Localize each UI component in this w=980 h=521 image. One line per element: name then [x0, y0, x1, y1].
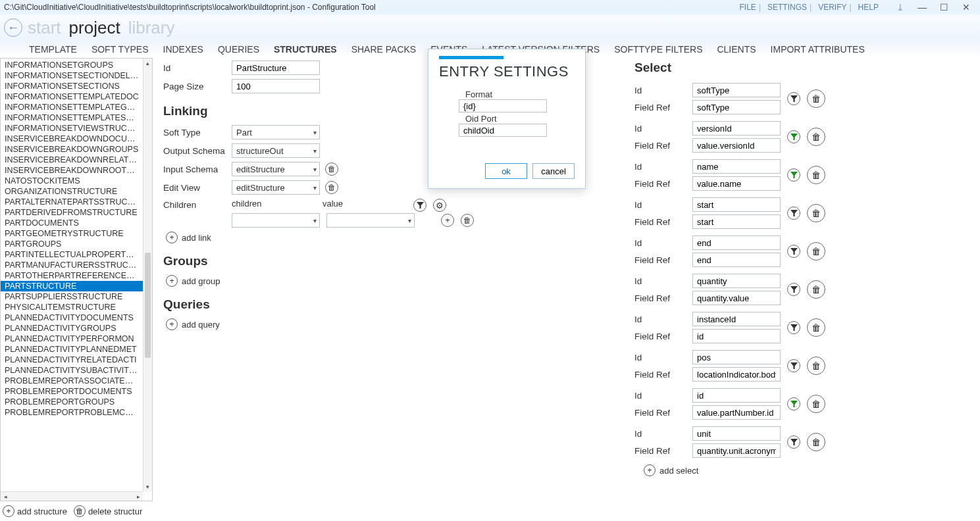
select-id-input[interactable]	[692, 350, 781, 364]
select-id-input[interactable]	[692, 159, 781, 174]
sidebar-item[interactable]: PLANNEDACTIVITYGROUPS	[1, 323, 143, 334]
sidebar-item[interactable]: INFORMATIONSETTEMPLATEDOC	[1, 91, 143, 102]
select-delete-button[interactable]: 🗑	[807, 318, 825, 337]
menu-file[interactable]: FILE	[740, 3, 756, 12]
add-link-button[interactable]: +add link	[166, 232, 608, 243]
select-id-input[interactable]	[692, 83, 781, 97]
sidebar-hscroll[interactable]: ◂▸	[1, 491, 143, 501]
sidebar-item[interactable]: PLANNEDACTIVITYPLANNEDMET	[1, 344, 143, 355]
select-id-input[interactable]	[692, 426, 781, 441]
select-id-input[interactable]	[692, 121, 781, 136]
select-id-input[interactable]	[692, 312, 781, 326]
sidebar-item[interactable]: PROBLEMREPORTGROUPS	[1, 397, 143, 407]
ok-button[interactable]: ok	[485, 163, 527, 179]
sidebar-item[interactable]: INFORMATIONSETTEMPLATESECT	[1, 112, 143, 123]
sidebar-item[interactable]: PARTOTHERPARTREFERENCESSTRU	[1, 270, 143, 281]
select-fieldref-input[interactable]	[692, 367, 781, 382]
menu-help[interactable]: HELP	[858, 3, 879, 12]
children-select-2[interactable]: ▾	[326, 213, 415, 228]
select-delete-button[interactable]: 🗑	[807, 280, 825, 299]
sidebar-item[interactable]: PROBLEMREPORTPROBLEMCONT	[1, 407, 143, 418]
select-filter-button[interactable]	[787, 207, 800, 220]
editview-select[interactable]: editStructure▾	[232, 180, 320, 195]
select-id-input[interactable]	[692, 236, 781, 250]
pagesize-input[interactable]	[232, 79, 320, 93]
sidebar-item[interactable]: INFORMATIONSETSECTIONDELIVE	[1, 70, 143, 81]
add-structure-button[interactable]: +add structure	[3, 505, 67, 517]
maximize-icon[interactable]: ☐	[935, 2, 954, 12]
select-filter-button[interactable]	[787, 321, 800, 334]
inputschema-delete-button[interactable]: 🗑	[325, 162, 338, 176]
children-settings-button[interactable]: ⚙	[433, 199, 446, 212]
sidebar-item[interactable]: PLANNEDACTIVITYRELATEDACTI	[1, 355, 143, 365]
children-delete-button[interactable]: 🗑	[461, 214, 474, 227]
sidebar-item[interactable]: PARTALTERNATEPARTSSTRUCTUR	[1, 197, 143, 207]
select-fieldref-input[interactable]	[692, 138, 781, 153]
select-delete-button[interactable]: 🗑	[807, 166, 825, 184]
sidebar-item[interactable]: PARTINTELLECTUALPROPERTYOW	[1, 249, 143, 260]
scroll-right-icon[interactable]: ▸	[134, 493, 143, 500]
delete-structure-button[interactable]: 🗑delete structur	[74, 505, 142, 517]
scroll-left-icon[interactable]: ◂	[1, 493, 10, 500]
tab-importattrs[interactable]: IMPORT ATTRIBUTES	[771, 44, 865, 55]
select-id-input[interactable]	[692, 274, 781, 288]
minimize-icon[interactable]: —	[912, 2, 932, 12]
sidebar-item[interactable]: PLANNEDACTIVITYPERFORMON	[1, 334, 143, 344]
sidebar-item[interactable]: PARTMANUFACTURERSSTRUCTUR	[1, 260, 143, 270]
sidebar-vscroll[interactable]: ▴ ▾	[143, 59, 152, 491]
sidebar-item[interactable]: PLANNEDACTIVITYDOCUMENTS	[1, 312, 143, 323]
select-delete-button[interactable]: 🗑	[807, 395, 825, 413]
select-fieldref-input[interactable]	[692, 291, 781, 305]
format-input[interactable]	[459, 99, 547, 112]
sidebar-item[interactable]: INFORMATIONSETVIEWSTRUCTUR	[1, 123, 143, 134]
crumb-library[interactable]: library	[128, 18, 175, 38]
select-delete-button[interactable]: 🗑	[807, 433, 825, 451]
select-delete-button[interactable]: 🗑	[807, 357, 825, 375]
back-button[interactable]: ←	[4, 18, 22, 37]
scroll-thumb[interactable]	[145, 253, 151, 358]
sidebar-item[interactable]: INSERVICEBREAKDOWNRELATED	[1, 155, 143, 165]
select-filter-button[interactable]	[787, 168, 800, 182]
tab-stfilters[interactable]: SOFTTYPE FILTERS	[614, 44, 702, 55]
sidebar-item[interactable]: INSERVICEBREAKDOWNROOTELEI	[1, 165, 143, 176]
cancel-button[interactable]: cancel	[532, 163, 575, 179]
select-delete-button[interactable]: 🗑	[807, 128, 825, 146]
sidebar-item[interactable]: PARTDOCUMENTS	[1, 218, 143, 228]
tab-indexes[interactable]: INDEXES	[163, 44, 203, 55]
children-select-1[interactable]: ▾	[232, 213, 320, 228]
add-group-button[interactable]: +add group	[166, 275, 608, 287]
structure-list[interactable]: INFORMATIONSETGROUPSINFORMATIONSETSECTIO…	[0, 58, 153, 501]
crumb-start[interactable]: start	[28, 18, 61, 38]
add-query-button[interactable]: +add query	[166, 318, 608, 330]
tab-sharepacks[interactable]: SHARE PACKS	[351, 44, 417, 55]
select-filter-button[interactable]	[787, 435, 800, 449]
sidebar-item[interactable]: PHYSICALITEMSTRUCTURE	[1, 302, 143, 312]
select-delete-button[interactable]: 🗑	[807, 89, 825, 108]
softtype-select[interactable]: Part▾	[232, 125, 320, 139]
tab-template[interactable]: TEMPLATE	[29, 44, 77, 55]
select-delete-button[interactable]: 🗑	[807, 242, 825, 260]
select-fieldref-input[interactable]	[692, 214, 781, 229]
sidebar-item[interactable]: PLANNEDACTIVITYSUBACTIVITIES	[1, 365, 143, 376]
select-filter-button[interactable]	[787, 92, 800, 105]
tab-queries[interactable]: QUERIES	[218, 44, 259, 55]
sidebar-item[interactable]: PARTGEOMETRYSTRUCTURE	[1, 228, 143, 239]
select-fieldref-input[interactable]	[692, 329, 781, 343]
tab-softtypes[interactable]: SOFT TYPES	[91, 44, 149, 55]
sidebar-item[interactable]: PARTSTRUCTURE	[1, 281, 143, 291]
sidebar-item[interactable]: PARTDERIVEDFROMSTRUCTURE	[1, 207, 143, 218]
select-filter-button[interactable]	[787, 359, 800, 372]
select-id-input[interactable]	[692, 197, 781, 212]
select-filter-button[interactable]	[787, 397, 800, 410]
sidebar-item[interactable]: PROBLEMREPORTASSOCIATEDITE	[1, 376, 143, 386]
crumb-project[interactable]: project	[69, 18, 120, 38]
sidebar-item[interactable]: PARTSUPPLIERSSTRUCTURE	[1, 291, 143, 302]
sidebar-item[interactable]: NATOSTOCKITEMS	[1, 176, 143, 186]
select-id-input[interactable]	[692, 388, 781, 403]
select-fieldref-input[interactable]	[692, 253, 781, 267]
oidport-input[interactable]	[459, 124, 547, 137]
sidebar-item[interactable]: INSERVICEBREAKDOWNDOCUME	[1, 134, 143, 144]
close-icon[interactable]: ✕	[956, 2, 976, 12]
select-filter-button[interactable]	[787, 130, 800, 143]
select-fieldref-input[interactable]	[692, 176, 781, 191]
